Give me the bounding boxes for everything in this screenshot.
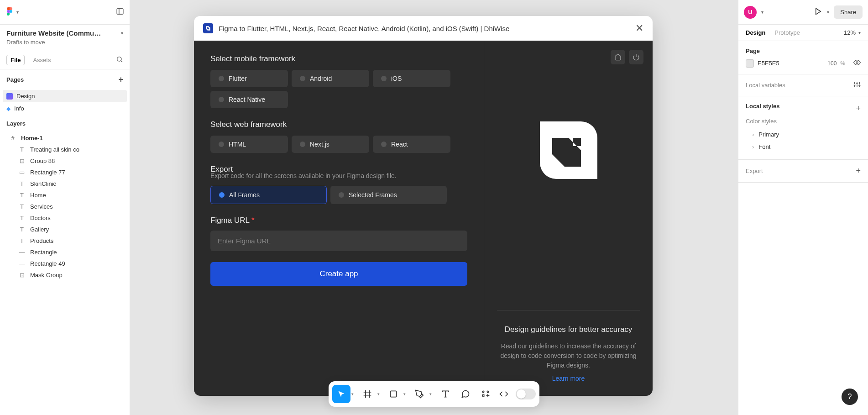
- text-icon: T: [18, 237, 26, 244]
- modal-body: Select mobile framework Flutter Android …: [194, 41, 653, 396]
- text-icon: T: [18, 226, 26, 233]
- home-icon[interactable]: [611, 50, 625, 64]
- page-design[interactable]: Design: [3, 90, 127, 102]
- radio-icon: [300, 142, 305, 147]
- page-label: Info: [14, 105, 24, 112]
- figma-url-input[interactable]: [210, 231, 467, 251]
- chevron-down-icon[interactable]: ▾: [351, 392, 354, 396]
- chip-all-frames[interactable]: All Frames: [210, 186, 327, 204]
- tab-assets[interactable]: Assets: [33, 57, 51, 63]
- dev-mode-icon[interactable]: [497, 385, 511, 403]
- text-icon: T: [18, 180, 26, 187]
- layer-label: Treating all skin co: [30, 146, 79, 153]
- left-tabs: File Assets: [0, 51, 130, 69]
- chip-flutter[interactable]: Flutter: [210, 70, 288, 87]
- radio-icon: [219, 97, 224, 102]
- layer-item[interactable]: —Rectangle 49: [0, 258, 130, 269]
- color-swatch[interactable]: [746, 59, 754, 68]
- settings-icon[interactable]: [853, 81, 861, 89]
- style-item-primary[interactable]: › Primary: [746, 128, 861, 141]
- color-styles-label: Color styles: [746, 118, 861, 125]
- line-icon: —: [18, 249, 26, 256]
- chip-react[interactable]: React: [373, 136, 450, 153]
- learn-more-link[interactable]: Learn more: [552, 375, 585, 382]
- add-style-icon[interactable]: +: [856, 104, 861, 113]
- style-item-font[interactable]: › Font: [746, 141, 861, 153]
- line-icon: —: [18, 260, 26, 267]
- file-name-row[interactable]: Furniture Website (Commu… ▾: [0, 25, 130, 38]
- chip-label: Flutter: [229, 75, 247, 82]
- pages-header: Pages +: [0, 69, 130, 90]
- play-icon[interactable]: [814, 7, 822, 17]
- chevron-down-icon[interactable]: ▾: [761, 10, 763, 15]
- figma-menu[interactable]: ▾: [5, 7, 19, 17]
- layer-label: Gallery: [30, 226, 49, 233]
- layer-item[interactable]: ▭Rectangle 77: [0, 167, 130, 178]
- layer-label: Home: [30, 192, 46, 199]
- search-icon[interactable]: [116, 56, 123, 64]
- right-panel-header: U ▾ ▾ Share: [738, 0, 868, 25]
- tab-prototype[interactable]: Prototype: [774, 29, 800, 36]
- comment-tool[interactable]: [456, 385, 475, 403]
- tab-design[interactable]: Design: [746, 29, 765, 36]
- text-icon: T: [18, 203, 26, 210]
- chip-react-native[interactable]: React Native: [210, 91, 288, 108]
- add-export-icon[interactable]: +: [856, 166, 861, 176]
- chevron-down-icon[interactable]: ▾: [377, 392, 380, 396]
- chip-android[interactable]: Android: [292, 70, 369, 87]
- chevron-down-icon[interactable]: ▾: [403, 392, 406, 396]
- layer-label: Mask Group: [30, 272, 63, 278]
- layer-item[interactable]: TSkinClinic: [0, 178, 130, 189]
- web-framework-title: Select web framework: [210, 120, 467, 129]
- frame-tool[interactable]: [358, 385, 376, 403]
- pct-label: %: [840, 60, 845, 67]
- layer-item[interactable]: THome: [0, 189, 130, 201]
- modal-title: Figma to Flutter, HTML, Next.js, React, …: [219, 25, 509, 32]
- chip-ios[interactable]: iOS: [373, 70, 450, 87]
- guidelines-body: Read our guidelines to increase the accu…: [497, 341, 640, 370]
- local-styles-title: Local styles: [746, 103, 779, 110]
- chip-selected-frames[interactable]: Selected Frames: [330, 186, 447, 204]
- close-icon[interactable]: ✕: [635, 22, 643, 34]
- help-button[interactable]: ?: [842, 389, 858, 405]
- drafts-label[interactable]: Drafts to move: [0, 38, 130, 51]
- chevron-right-icon: ›: [752, 143, 754, 150]
- layer-item[interactable]: TGallery: [0, 224, 130, 235]
- page-info[interactable]: ◆ Info: [0, 102, 130, 115]
- pen-tool[interactable]: [410, 385, 429, 403]
- chevron-down-icon[interactable]: ▾: [827, 10, 829, 15]
- layer-label: Rectangle 77: [30, 169, 65, 176]
- avatar[interactable]: U: [744, 6, 757, 19]
- layer-item[interactable]: TServices: [0, 201, 130, 212]
- text-tool[interactable]: [436, 385, 455, 403]
- layer-item[interactable]: TTreating all skin co: [0, 144, 130, 155]
- zoom-value: 12%: [844, 29, 856, 36]
- chip-nextjs[interactable]: Next.js: [292, 136, 369, 153]
- eye-icon[interactable]: [853, 59, 861, 68]
- chevron-down-icon: ▾: [121, 31, 123, 36]
- layer-item[interactable]: ⊡Group 88: [0, 155, 130, 167]
- share-button[interactable]: Share: [834, 5, 863, 19]
- panel-toggle-icon[interactable]: [116, 7, 124, 17]
- layer-item[interactable]: TProducts: [0, 235, 130, 247]
- layer-item[interactable]: —Rectangle: [0, 247, 130, 258]
- dhiwise-logo-icon: [203, 23, 213, 33]
- chip-html[interactable]: HTML: [210, 136, 288, 153]
- tab-file[interactable]: File: [6, 55, 25, 65]
- add-page-icon[interactable]: +: [118, 75, 123, 84]
- layer-item[interactable]: TDoctors: [0, 212, 130, 224]
- move-tool[interactable]: [332, 385, 350, 403]
- create-app-button[interactable]: Create app: [210, 262, 467, 286]
- zoom-control[interactable]: 12% ▾: [844, 29, 861, 36]
- layer-item[interactable]: ⊡Mask Group: [0, 269, 130, 281]
- chevron-down-icon[interactable]: ▾: [429, 392, 432, 396]
- shape-tool[interactable]: [384, 385, 403, 403]
- chip-label: HTML: [229, 141, 246, 148]
- chip-label: Selected Frames: [349, 191, 397, 199]
- actions-tool[interactable]: [476, 385, 495, 403]
- layer-frame[interactable]: # Home-1: [0, 132, 130, 144]
- page-color-row[interactable]: E5E5E5 100 %: [746, 59, 861, 68]
- dev-mode-toggle[interactable]: [516, 389, 536, 399]
- power-icon[interactable]: [629, 50, 643, 64]
- required-asterisk: *: [251, 216, 255, 225]
